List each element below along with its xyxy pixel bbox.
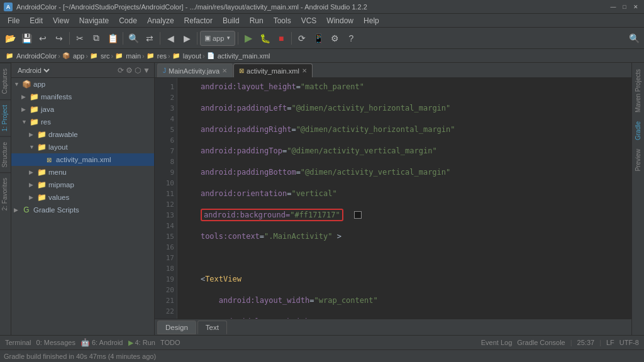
tree-item-gradle-scripts[interactable]: ▶ G Gradle Scripts bbox=[11, 204, 154, 216]
menu-refactor[interactable]: Refactor bbox=[179, 15, 218, 26]
menu-navigate[interactable]: Navigate bbox=[74, 15, 114, 26]
toolbar-find-button[interactable]: 🔍 bbox=[126, 31, 141, 46]
tab-activity-main-xml[interactable]: ⊠ activity_main.xml ✕ bbox=[233, 63, 313, 77]
toolbar-sep-5 bbox=[238, 32, 238, 45]
android-status[interactable]: 🤖 6: Android bbox=[80, 338, 123, 347]
design-tab-design[interactable]: Design bbox=[157, 321, 196, 334]
tree-item-drawable[interactable]: ▶ 📁 drawable bbox=[11, 128, 154, 141]
design-tab-text[interactable]: Text bbox=[197, 321, 227, 334]
project-tab[interactable]: 1: Project bbox=[0, 99, 11, 136]
breadcrumb-file[interactable]: activity_main.xml bbox=[218, 52, 270, 60]
code-line-3: android:paddingRight="@dimen/activity_ho… bbox=[182, 124, 626, 135]
toolbar-replace-button[interactable]: ⇄ bbox=[142, 31, 157, 46]
toolbar-paste-button[interactable]: 📋 bbox=[105, 31, 120, 46]
tree-item-app[interactable]: ▼ 📦 app bbox=[11, 78, 154, 90]
menu-vcs[interactable]: VCS bbox=[296, 15, 322, 26]
breadcrumb-layout[interactable]: layout bbox=[183, 52, 201, 60]
toolbar-open-button[interactable]: 📂 bbox=[3, 31, 18, 46]
app-selector[interactable]: ▣ app ▼ bbox=[200, 31, 235, 46]
todo-status[interactable]: TODO bbox=[160, 339, 180, 346]
gradle-console-status[interactable]: Gradle Console bbox=[517, 339, 565, 346]
tree-arrow-values: ▶ bbox=[29, 194, 36, 200]
menu-help[interactable]: Help bbox=[358, 15, 384, 26]
tree-settings-icon[interactable]: ⚙ bbox=[126, 66, 133, 75]
toolbar-cut-button[interactable]: ✂ bbox=[72, 31, 87, 46]
breadcrumb-layout-icon: 📁 bbox=[172, 52, 180, 60]
tree-item-res[interactable]: ▼ 📁 res bbox=[11, 116, 154, 128]
messages-status[interactable]: 0: Messages bbox=[36, 339, 75, 346]
tree-collapse-icon[interactable]: ⬡ bbox=[135, 66, 141, 75]
gradle-tab[interactable]: Gradle bbox=[633, 118, 643, 144]
menu-edit[interactable]: Edit bbox=[25, 15, 48, 26]
run-button[interactable]: ▶ bbox=[241, 31, 256, 46]
app-window: A AndroidColor - [~/AndroidStudioProject… bbox=[0, 0, 644, 362]
breadcrumb-src[interactable]: src bbox=[101, 52, 110, 60]
menu-view[interactable]: View bbox=[48, 15, 74, 26]
menu-window[interactable]: Window bbox=[321, 15, 358, 26]
minimize-button[interactable]: — bbox=[609, 3, 618, 11]
maven-projects-tab[interactable]: Maven Projects bbox=[633, 65, 643, 116]
tree-item-menu[interactable]: ▶ 📁 menu bbox=[11, 166, 154, 178]
avd-button[interactable]: 📱 bbox=[311, 31, 326, 46]
breadcrumb-res[interactable]: res bbox=[157, 52, 167, 60]
menu-build[interactable]: Build bbox=[218, 15, 245, 26]
captures-tab[interactable]: Captures bbox=[0, 63, 11, 99]
encoding[interactable]: UTF-8 bbox=[619, 339, 639, 346]
sync-button[interactable]: ⟳ bbox=[294, 31, 309, 46]
tree-item-activity-main[interactable]: ⊠ activity_main.xml bbox=[11, 153, 154, 166]
toolbar-undo-button[interactable]: ↩ bbox=[35, 31, 50, 46]
preview-tab[interactable]: Preview bbox=[633, 145, 643, 175]
menu-run[interactable]: Run bbox=[245, 15, 269, 26]
tree-item-manifests[interactable]: ▶ 📁 manifests bbox=[11, 90, 154, 103]
toolbar-sep-1 bbox=[69, 32, 70, 45]
breadcrumb-src-icon: 📁 bbox=[89, 52, 98, 60]
terminal-status[interactable]: Terminal bbox=[5, 339, 31, 346]
tree-item-layout[interactable]: ▼ 📁 layout bbox=[11, 141, 154, 153]
tree-item-mipmap[interactable]: ▶ 📁 mipmap bbox=[11, 178, 154, 191]
code-editor[interactable]: android:layout_height="match_parent" and… bbox=[177, 78, 631, 319]
tree-item-java[interactable]: ▶ 📁 java bbox=[11, 103, 154, 116]
close-button[interactable]: ✕ bbox=[631, 3, 640, 11]
tree-item-values[interactable]: ▶ 📁 values bbox=[11, 191, 154, 204]
help-toolbar-button[interactable]: ? bbox=[343, 31, 358, 46]
line-ending[interactable]: LF bbox=[606, 339, 614, 346]
toolbar-forward-button[interactable]: ▶ bbox=[179, 31, 194, 46]
tree-arrow-gradle: ▶ bbox=[14, 207, 21, 213]
tree-view-selector[interactable]: Android Project bbox=[15, 66, 52, 75]
code-line-10: <TextView bbox=[182, 274, 626, 285]
tab-main-activity[interactable]: J MainActivity.java ✕ bbox=[157, 63, 233, 77]
stop-button[interactable]: ■ bbox=[274, 31, 289, 46]
code-line-7: android:background="#ff171717" bbox=[182, 210, 626, 221]
tab-main-activity-close[interactable]: ✕ bbox=[222, 67, 227, 74]
sdk-button[interactable]: ⚙ bbox=[327, 31, 342, 46]
breadcrumb-app[interactable]: app bbox=[73, 52, 84, 60]
menu-code[interactable]: Code bbox=[114, 15, 142, 26]
tree-label-res: res bbox=[41, 118, 51, 126]
menu-file[interactable]: File bbox=[3, 15, 25, 26]
window-controls: — □ ✕ bbox=[609, 3, 640, 11]
breadcrumb-project[interactable]: AndroidColor bbox=[16, 52, 57, 60]
tab-activity-xml-close[interactable]: ✕ bbox=[302, 67, 307, 74]
toolbar: 📂 💾 ↩ ↪ ✂ ⧉ 📋 🔍 ⇄ ◀ ▶ ▣ app ▼ ▶ 🐛 ■ ⟳ 📱 … bbox=[0, 28, 644, 49]
app-selector-icon: ▣ bbox=[204, 34, 211, 42]
breadcrumb-main[interactable]: main bbox=[126, 52, 141, 60]
toolbar-back-button[interactable]: ◀ bbox=[163, 31, 178, 46]
run-status[interactable]: ▶ 4: Run bbox=[128, 339, 155, 347]
toolbar-save-button[interactable]: 💾 bbox=[19, 31, 34, 46]
menu-tools[interactable]: Tools bbox=[269, 15, 296, 26]
layout-icon: 📁 bbox=[36, 142, 47, 152]
debug-button[interactable]: 🐛 bbox=[257, 31, 272, 46]
tree-more-icon[interactable]: ▼ bbox=[143, 66, 150, 75]
event-log-status[interactable]: Event Log bbox=[481, 339, 513, 346]
tree-sync-icon[interactable]: ⟳ bbox=[118, 66, 124, 75]
manifests-icon: 📁 bbox=[29, 92, 39, 102]
menu-analyze[interactable]: Analyze bbox=[142, 15, 179, 26]
maximize-button[interactable]: □ bbox=[620, 3, 629, 11]
favorites-tab[interactable]: 2: Favorites bbox=[0, 172, 11, 216]
toolbar-redo-button[interactable]: ↪ bbox=[52, 31, 67, 46]
code-line-9 bbox=[182, 253, 626, 263]
editor-content[interactable]: 1234 5678 9101112 13141516 17181920 2122… bbox=[155, 78, 631, 319]
toolbar-copy-button[interactable]: ⧉ bbox=[89, 31, 104, 46]
toolbar-search-button[interactable]: 🔍 bbox=[626, 31, 641, 46]
structure-tab[interactable]: Structure bbox=[0, 136, 11, 173]
